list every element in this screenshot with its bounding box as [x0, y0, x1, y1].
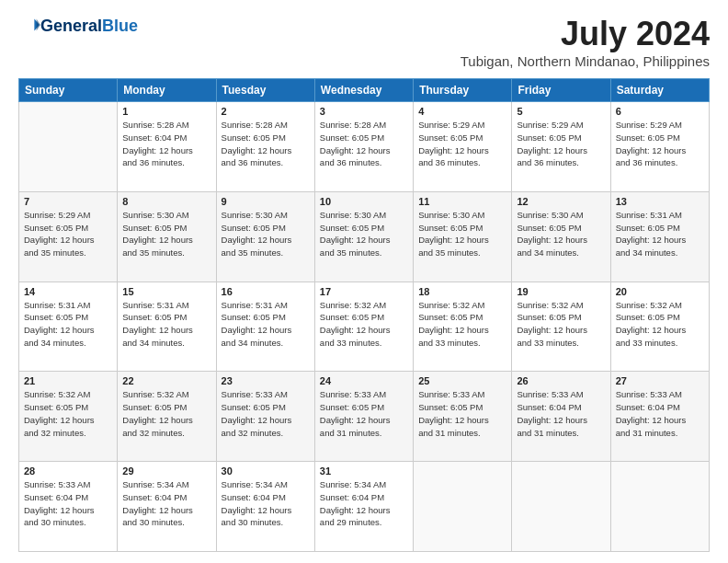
- calendar-week-1: 7Sunrise: 5:29 AM Sunset: 6:05 PM Daylig…: [19, 191, 710, 282]
- day-info: Sunrise: 5:30 AM Sunset: 6:05 PM Dayligh…: [517, 209, 605, 259]
- calendar-cell: 24Sunrise: 5:33 AM Sunset: 6:05 PM Dayli…: [314, 372, 413, 462]
- calendar-week-0: 1Sunrise: 5:28 AM Sunset: 6:04 PM Daylig…: [19, 102, 710, 192]
- day-number: 24: [320, 375, 408, 386]
- day-number: 9: [222, 196, 310, 207]
- day-info: Sunrise: 5:29 AM Sunset: 6:05 PM Dayligh…: [517, 119, 605, 169]
- title-block: July 2024 Tubigan, Northern Mindanao, Ph…: [461, 15, 710, 69]
- day-number: 8: [122, 196, 210, 207]
- day-info: Sunrise: 5:29 AM Sunset: 6:05 PM Dayligh…: [418, 119, 506, 169]
- calendar-week-4: 28Sunrise: 5:33 AM Sunset: 6:04 PM Dayli…: [19, 462, 710, 552]
- day-info: Sunrise: 5:30 AM Sunset: 6:05 PM Dayligh…: [320, 209, 408, 259]
- calendar-cell: 7Sunrise: 5:29 AM Sunset: 6:05 PM Daylig…: [19, 191, 118, 282]
- day-number: 17: [320, 286, 408, 297]
- day-number: 7: [24, 196, 112, 207]
- day-number: 23: [222, 375, 310, 386]
- day-info: Sunrise: 5:32 AM Sunset: 6:05 PM Dayligh…: [418, 299, 506, 350]
- day-number: 20: [616, 286, 704, 297]
- day-info: Sunrise: 5:34 AM Sunset: 6:04 PM Dayligh…: [222, 478, 310, 529]
- calendar-col-sunday: Sunday: [19, 79, 118, 102]
- calendar-cell: 10Sunrise: 5:30 AM Sunset: 6:05 PM Dayli…: [314, 191, 413, 282]
- day-number: 19: [517, 286, 605, 297]
- day-number: 30: [222, 465, 310, 477]
- day-number: 29: [122, 465, 210, 477]
- subtitle: Tubigan, Northern Mindanao, Philippines: [461, 53, 710, 69]
- day-info: Sunrise: 5:32 AM Sunset: 6:05 PM Dayligh…: [517, 299, 605, 350]
- day-number: 27: [616, 375, 704, 386]
- calendar-cell: 2Sunrise: 5:28 AM Sunset: 6:05 PM Daylig…: [216, 102, 314, 192]
- calendar-table: SundayMondayTuesdayWednesdayThursdayFrid…: [18, 78, 710, 552]
- calendar-week-2: 14Sunrise: 5:31 AM Sunset: 6:05 PM Dayli…: [19, 282, 710, 372]
- calendar-col-friday: Friday: [512, 79, 610, 102]
- calendar-cell: 25Sunrise: 5:33 AM Sunset: 6:05 PM Dayli…: [414, 372, 512, 462]
- day-info: Sunrise: 5:32 AM Sunset: 6:05 PM Dayligh…: [320, 299, 408, 350]
- day-number: 10: [320, 196, 408, 207]
- calendar-cell: 30Sunrise: 5:34 AM Sunset: 6:04 PM Dayli…: [216, 462, 314, 552]
- calendar-cell: 16Sunrise: 5:31 AM Sunset: 6:05 PM Dayli…: [216, 282, 314, 372]
- day-number: 5: [517, 106, 605, 117]
- logo-icon: [20, 15, 40, 35]
- day-number: 15: [122, 286, 210, 297]
- day-number: 2: [222, 106, 310, 117]
- day-info: Sunrise: 5:28 AM Sunset: 6:05 PM Dayligh…: [320, 119, 408, 169]
- day-number: 4: [418, 106, 506, 117]
- day-info: Sunrise: 5:33 AM Sunset: 6:05 PM Dayligh…: [418, 388, 506, 439]
- header: GeneralBlue July 2024 Tubigan, Northern …: [18, 15, 710, 69]
- calendar-cell: [610, 462, 709, 552]
- calendar-cell: 29Sunrise: 5:34 AM Sunset: 6:04 PM Dayli…: [118, 462, 216, 552]
- calendar-cell: 21Sunrise: 5:32 AM Sunset: 6:05 PM Dayli…: [19, 372, 118, 462]
- calendar-col-wednesday: Wednesday: [314, 79, 413, 102]
- calendar-cell: 22Sunrise: 5:32 AM Sunset: 6:05 PM Dayli…: [118, 372, 216, 462]
- day-info: Sunrise: 5:33 AM Sunset: 6:04 PM Dayligh…: [24, 478, 112, 529]
- logo-text: GeneralBlue: [40, 17, 138, 36]
- calendar-col-saturday: Saturday: [610, 79, 709, 102]
- day-number: 31: [320, 465, 408, 477]
- day-info: Sunrise: 5:33 AM Sunset: 6:05 PM Dayligh…: [222, 388, 310, 439]
- day-number: 12: [517, 196, 605, 207]
- calendar-cell: 9Sunrise: 5:30 AM Sunset: 6:05 PM Daylig…: [216, 191, 314, 282]
- day-info: Sunrise: 5:33 AM Sunset: 6:05 PM Dayligh…: [320, 388, 408, 439]
- day-info: Sunrise: 5:30 AM Sunset: 6:05 PM Dayligh…: [222, 209, 310, 259]
- logo-line2: Blue: [102, 17, 138, 35]
- day-info: Sunrise: 5:31 AM Sunset: 6:05 PM Dayligh…: [222, 299, 310, 350]
- calendar-cell: 15Sunrise: 5:31 AM Sunset: 6:05 PM Dayli…: [118, 282, 216, 372]
- day-info: Sunrise: 5:28 AM Sunset: 6:05 PM Dayligh…: [222, 119, 310, 169]
- day-number: 14: [24, 286, 112, 297]
- calendar-cell: 8Sunrise: 5:30 AM Sunset: 6:05 PM Daylig…: [118, 191, 216, 282]
- day-info: Sunrise: 5:32 AM Sunset: 6:05 PM Dayligh…: [24, 388, 112, 439]
- day-info: Sunrise: 5:34 AM Sunset: 6:04 PM Dayligh…: [320, 478, 408, 529]
- calendar-week-3: 21Sunrise: 5:32 AM Sunset: 6:05 PM Dayli…: [19, 372, 710, 462]
- day-info: Sunrise: 5:30 AM Sunset: 6:05 PM Dayligh…: [122, 209, 210, 259]
- calendar-cell: 18Sunrise: 5:32 AM Sunset: 6:05 PM Dayli…: [414, 282, 512, 372]
- calendar-cell: 14Sunrise: 5:31 AM Sunset: 6:05 PM Dayli…: [19, 282, 118, 372]
- main-title: July 2024: [461, 15, 710, 53]
- day-number: 13: [616, 196, 704, 207]
- page: GeneralBlue July 2024 Tubigan, Northern …: [0, 0, 728, 563]
- day-info: Sunrise: 5:29 AM Sunset: 6:05 PM Dayligh…: [24, 209, 112, 259]
- calendar-cell: [512, 462, 610, 552]
- day-info: Sunrise: 5:29 AM Sunset: 6:05 PM Dayligh…: [616, 119, 704, 169]
- day-number: 18: [418, 286, 506, 297]
- calendar-cell: 13Sunrise: 5:31 AM Sunset: 6:05 PM Dayli…: [610, 191, 709, 282]
- calendar-cell: 4Sunrise: 5:29 AM Sunset: 6:05 PM Daylig…: [414, 102, 512, 192]
- calendar-cell: 20Sunrise: 5:32 AM Sunset: 6:05 PM Dayli…: [610, 282, 709, 372]
- day-number: 1: [122, 106, 210, 117]
- day-number: 25: [418, 375, 506, 386]
- calendar-cell: 31Sunrise: 5:34 AM Sunset: 6:04 PM Dayli…: [314, 462, 413, 552]
- calendar-cell: 23Sunrise: 5:33 AM Sunset: 6:05 PM Dayli…: [216, 372, 314, 462]
- calendar-col-tuesday: Tuesday: [216, 79, 314, 102]
- day-info: Sunrise: 5:30 AM Sunset: 6:05 PM Dayligh…: [418, 209, 506, 259]
- calendar-cell: 26Sunrise: 5:33 AM Sunset: 6:04 PM Dayli…: [512, 372, 610, 462]
- calendar-cell: 1Sunrise: 5:28 AM Sunset: 6:04 PM Daylig…: [118, 102, 216, 192]
- calendar-cell: 3Sunrise: 5:28 AM Sunset: 6:05 PM Daylig…: [314, 102, 413, 192]
- day-number: 16: [222, 286, 310, 297]
- calendar-cell: 17Sunrise: 5:32 AM Sunset: 6:05 PM Dayli…: [314, 282, 413, 372]
- day-info: Sunrise: 5:28 AM Sunset: 6:04 PM Dayligh…: [122, 119, 210, 169]
- day-number: 26: [517, 375, 605, 386]
- calendar-cell: 6Sunrise: 5:29 AM Sunset: 6:05 PM Daylig…: [610, 102, 709, 192]
- calendar-cell: 28Sunrise: 5:33 AM Sunset: 6:04 PM Dayli…: [19, 462, 118, 552]
- calendar-cell: 5Sunrise: 5:29 AM Sunset: 6:05 PM Daylig…: [512, 102, 610, 192]
- calendar-cell: 19Sunrise: 5:32 AM Sunset: 6:05 PM Dayli…: [512, 282, 610, 372]
- logo: GeneralBlue: [18, 15, 138, 39]
- day-info: Sunrise: 5:32 AM Sunset: 6:05 PM Dayligh…: [616, 299, 704, 350]
- calendar-header-row: SundayMondayTuesdayWednesdayThursdayFrid…: [19, 79, 710, 102]
